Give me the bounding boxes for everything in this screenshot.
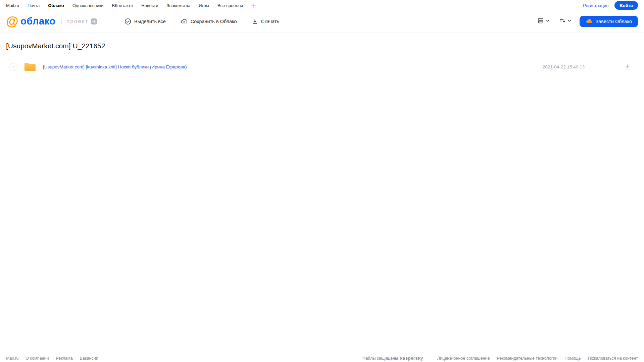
footer-link-help[interactable]: Помощь	[564, 356, 581, 361]
topnav-item-news[interactable]: Новости	[141, 3, 158, 8]
footer-link-jobs[interactable]: Вакансии	[80, 356, 98, 361]
vk-badge-icon: vk	[91, 18, 97, 24]
topnav-item-dating[interactable]: Знакомства	[166, 3, 190, 8]
footer-right-links: Лицензионное соглашение Рекомендательные…	[437, 356, 638, 361]
register-link[interactable]: Регистрация	[583, 3, 608, 8]
sort-icon	[559, 17, 566, 25]
row-download-button[interactable]	[624, 64, 631, 70]
file-name-link[interactable]: [UsupovMarket.com] [kuvshinka.knit] Носк…	[43, 64, 187, 69]
file-modified-date: 2021-04-22 15:40:13	[543, 64, 585, 69]
folder-icon	[24, 62, 36, 72]
get-cloud-button[interactable]: Завести Облако	[580, 16, 638, 27]
footer-link-ads[interactable]: Реклама	[56, 356, 72, 361]
chevron-down-icon	[546, 19, 550, 24]
topnav-item-mail[interactable]: Почта	[28, 3, 40, 8]
save-to-cloud-button[interactable]: Сохранить в Облако	[181, 18, 237, 25]
login-button[interactable]: Войти	[614, 1, 638, 10]
footer-link-mailru[interactable]: Mail.ru	[6, 356, 19, 361]
cloud-logo[interactable]: @ облако | проект vk	[6, 15, 97, 28]
main-content: [UsupovMarket.com] U_221652	[0, 42, 644, 75]
download-all-label: Скачать	[261, 19, 279, 24]
portal-topnav: Mail.ru Почта Облако Одноклассники ВКонт…	[0, 0, 644, 10]
share-toolbar: Выделить все Сохранить в Облако	[125, 18, 294, 25]
topnav-item-vkontakte[interactable]: ВКонтакте	[112, 3, 133, 8]
list-view-icon	[537, 17, 544, 25]
orange-cloud-icon	[586, 17, 593, 25]
kaspersky-logo[interactable]: kaspersky	[400, 356, 423, 361]
cloud-upload-icon	[181, 18, 188, 25]
cloud-logo-text: облако	[20, 16, 55, 27]
apps-grid-icon[interactable]	[251, 3, 256, 8]
page-footer: Mail.ru О компании Реклама Вакансии Файл…	[0, 354, 644, 362]
check-circle-icon	[125, 18, 131, 25]
protected-label: Файлы защищены	[362, 356, 398, 361]
save-to-cloud-label: Сохранить в Облако	[191, 19, 237, 24]
file-row[interactable]: [UsupovMarket.com] [kuvshinka.knit] Носк…	[0, 58, 644, 75]
project-label: проект	[66, 18, 88, 25]
file-list: [UsupovMarket.com] [kuvshinka.knit] Носк…	[0, 58, 644, 75]
topnav-item-mailru[interactable]: Mail.ru	[6, 3, 19, 8]
page-title: [UsupovMarket.com] U_221652	[6, 42, 644, 50]
get-cloud-label: Завести Облако	[596, 19, 632, 24]
chevron-down-icon	[567, 19, 572, 24]
view-mode-button[interactable]	[537, 17, 550, 25]
sort-button[interactable]	[559, 17, 572, 25]
app-header: @ облако | проект vk Выделить все	[0, 10, 644, 33]
cloud-mailru-public-page: Mail.ru Почта Облако Одноклассники ВКонт…	[0, 0, 644, 362]
footer-link-about[interactable]: О компании	[26, 356, 49, 361]
kaspersky-protected: Файлы защищены kaspersky	[362, 356, 430, 361]
footer-link-recommendations[interactable]: Рекомендательные технологии	[497, 356, 557, 361]
download-icon	[252, 18, 258, 24]
select-all-button[interactable]: Выделить все	[125, 18, 166, 25]
topnav-item-odnoklassniki[interactable]: Одноклассники	[72, 3, 104, 8]
row-checkbox[interactable]	[9, 63, 17, 71]
select-all-label: Выделить все	[134, 19, 166, 24]
download-all-button[interactable]: Скачать	[252, 18, 279, 24]
mailru-at-icon: @	[6, 15, 18, 28]
topnav-item-games[interactable]: Игры	[199, 3, 209, 8]
logo-divider: |	[61, 18, 62, 25]
footer-link-license[interactable]: Лицензионное соглашение	[437, 356, 490, 361]
footer-link-report[interactable]: Пожаловаться на контент	[588, 356, 638, 361]
header-right-controls: Завести Облако	[537, 16, 638, 27]
topnav-item-cloud[interactable]: Облако	[48, 3, 64, 8]
topnav-item-all-projects[interactable]: Все проекты	[217, 3, 243, 8]
